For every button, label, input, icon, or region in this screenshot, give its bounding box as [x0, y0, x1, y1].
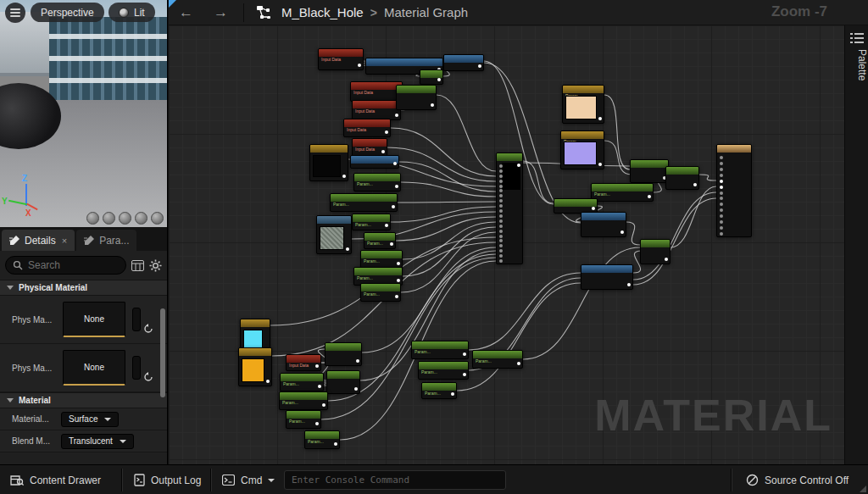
graph-node-m-black-hole-result[interactable]: M_Black_Hole: [716, 144, 752, 237]
node-output-pin[interactable]: [381, 150, 385, 153]
node-output-pin[interactable]: [431, 103, 434, 107]
preview-shape-teapot-button[interactable]: [151, 212, 164, 225]
node-output-pin[interactable]: [517, 164, 520, 167]
graph-node-camera-vector[interactable]: Camera VectorInput Data: [343, 119, 391, 137]
perspective-button[interactable]: Perspective: [31, 3, 104, 22]
node-input-pin[interactable]: [499, 244, 503, 247]
node-output-pin[interactable]: [627, 283, 631, 286]
node-output-pin[interactable]: [463, 373, 466, 376]
graph-node-accretion-disk-color[interactable]: Accretion_disk_colorParam...: [560, 130, 604, 169]
node-output-pin[interactable]: [437, 78, 441, 81]
cmd-dropdown[interactable]: Cmd: [222, 465, 275, 494]
node-input-pin[interactable]: [499, 204, 503, 208]
node-input-pin[interactable]: [499, 249, 503, 253]
graph-node-ring-speed[interactable]: Ring_SpeedParam...: [280, 373, 324, 391]
graph-node-distortion[interactable]: DistortionParam...: [360, 283, 401, 302]
graph-node-subtract[interactable]: Subtract: [396, 85, 437, 110]
asset-thumbnail-slot[interactable]: [132, 308, 141, 331]
node-output-pin[interactable]: [334, 442, 337, 446]
node-output-pin[interactable]: [346, 247, 349, 251]
graph-node-const-orange[interactable]: 1,0.65,0.03,1: [238, 347, 272, 386]
console-command-input[interactable]: [292, 475, 498, 486]
graph-node-time-top[interactable]: TimeInput Data: [352, 138, 387, 157]
graph-node-drag[interactable]: DragParam...: [304, 430, 340, 449]
graph-node-multiply-right[interactable]: Multiply: [630, 159, 669, 183]
node-input-pin[interactable]: [499, 225, 503, 228]
phys-material-dropdown-2[interactable]: None: [63, 350, 125, 386]
node-input-pin[interactable]: [720, 186, 723, 189]
node-input-pin[interactable]: [720, 156, 723, 159]
graph-node-ring-intensity-inside[interactable]: Ring_Intensity_InsideParam...: [411, 341, 469, 359]
graph-node-camera-position[interactable]: Camera PositionInput Data: [350, 81, 403, 102]
preview-shape-plane-button[interactable]: [119, 212, 131, 225]
node-output-pin[interactable]: [318, 385, 321, 388]
node-output-pin[interactable]: [620, 230, 624, 234]
node-input-pin[interactable]: [499, 214, 503, 218]
node-input-pin[interactable]: [720, 232, 723, 236]
node-output-pin[interactable]: [322, 403, 326, 407]
graph-node-size[interactable]: SizeParam...: [286, 410, 321, 429]
node-input-pin[interactable]: [499, 235, 503, 238]
node-output-pin[interactable]: [395, 185, 398, 188]
node-output-pin[interactable]: [395, 295, 398, 298]
graph-node-flat[interactable]: FlatParam...: [421, 382, 457, 399]
node-output-pin[interactable]: [385, 130, 388, 134]
blend-mode-dropdown[interactable]: Translucent: [61, 434, 134, 449]
tab-close-icon[interactable]: ×: [62, 236, 67, 246]
node-output-pin[interactable]: [648, 195, 651, 198]
graph-node-ripples-intensity[interactable]: Ripples_IntensityParam...: [418, 361, 469, 380]
section-physical-material[interactable]: Physical Material: [0, 280, 167, 296]
graph-node-multiply-bottom[interactable]: Multiply: [325, 342, 362, 366]
graph-node-swirling-image[interactable]: Swirling_ImageParam...: [353, 173, 401, 191]
material-domain-dropdown[interactable]: Surface: [61, 412, 119, 427]
preview-viewport[interactable]: Perspective Lit Z Y X: [0, 0, 168, 227]
node-input-pin[interactable]: [499, 189, 503, 192]
node-output-pin[interactable]: [393, 162, 397, 165]
graph-node-event-horizon-size[interactable]: Event_Horizon_SizeParam...: [330, 193, 398, 212]
preview-shape-cylinder-button[interactable]: [86, 212, 99, 225]
graph-node-texture-object[interactable]: Texture Object: [316, 215, 352, 254]
node-output-pin[interactable]: [395, 114, 398, 117]
node-input-pin[interactable]: [720, 162, 723, 165]
node-output-pin[interactable]: [315, 422, 319, 425]
preview-shape-cube-button[interactable]: [135, 212, 147, 225]
graph-node-actor-position[interactable]: Actor PositionInput Data: [352, 100, 401, 120]
lit-mode-button[interactable]: Lit: [108, 3, 155, 22]
node-output-pin[interactable]: [390, 242, 393, 246]
node-output-pin[interactable]: [598, 163, 602, 166]
node-output-pin[interactable]: [315, 364, 319, 368]
node-input-pin[interactable]: [499, 169, 503, 173]
reset-to-default-icon[interactable]: [143, 324, 153, 334]
graph-node-screen-resolution[interactable]: ScreenResolution: [350, 155, 399, 169]
node-output-pin[interactable]: [354, 387, 358, 391]
console-command-box[interactable]: [284, 470, 506, 490]
graph-node-div-top[interactable]: Div: [420, 69, 443, 85]
node-output-pin[interactable]: [463, 352, 466, 356]
graph-node-black-hole-function[interactable]: Black_Hole: [496, 153, 523, 264]
node-input-pin[interactable]: [720, 180, 723, 183]
graph-node-black-hole-size[interactable]: Black_Hole_SizeParam...: [472, 350, 523, 369]
node-input-pin[interactable]: [720, 197, 723, 200]
graph-node-vector-length[interactable]: VectorLength: [581, 212, 626, 237]
node-output-pin[interactable]: [397, 262, 400, 265]
node-input-pin[interactable]: [499, 239, 503, 242]
graph-node-divide-bottom[interactable]: Divide: [326, 370, 360, 394]
graph-node-color-parameter[interactable]: ColorParam...: [562, 85, 604, 124]
forward-arrow-button[interactable]: →: [203, 1, 238, 25]
window-resize-corner[interactable]: [860, 486, 866, 492]
graph-node-intensity[interactable]: IntensityParam...: [352, 214, 391, 230]
graph-node-ring-intensity[interactable]: Ring_IntensityParam...: [279, 391, 328, 410]
node-input-pin[interactable]: [499, 219, 503, 223]
node-input-pin[interactable]: [720, 214, 723, 218]
node-output-pin[interactable]: [598, 117, 602, 120]
graph-node-distortion-intensity[interactable]: Distortion_IntensityParam...: [591, 183, 654, 202]
node-input-pin[interactable]: [499, 254, 503, 258]
breadcrumb-page-name[interactable]: Material Graph: [384, 5, 468, 19]
node-output-pin[interactable]: [665, 258, 668, 261]
graph-node-add[interactable]: Add: [640, 239, 670, 264]
breadcrumb-asset-name[interactable]: M_Black_Hole: [281, 5, 364, 19]
graph-node-breakout-float-components[interactable]: BreakOutFloatComponents: [581, 264, 633, 290]
node-input-pin[interactable]: [499, 164, 503, 168]
node-output-pin[interactable]: [397, 279, 400, 282]
content-drawer-button[interactable]: Content Drawer: [10, 465, 101, 494]
